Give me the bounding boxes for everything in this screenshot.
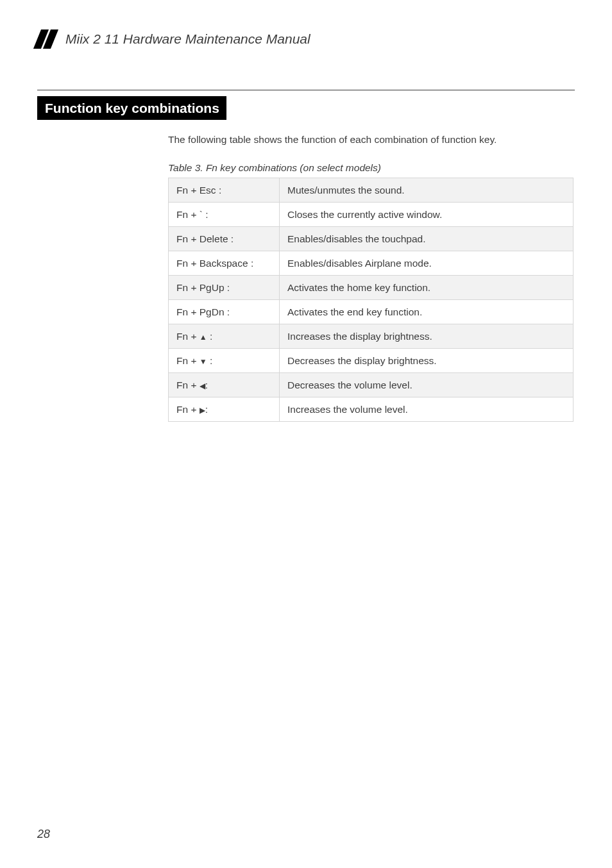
key-combo: Fn + ▶:: [169, 397, 280, 422]
up-triangle-icon: ▲: [200, 333, 207, 342]
intro-text: The following table shows the function o…: [168, 134, 574, 146]
table-row: Fn + Esc : Mutes/unmutes the sound.: [169, 178, 574, 203]
key-combo: Fn + ` :: [169, 203, 280, 227]
key-post: :: [207, 355, 213, 366]
table-caption: Table 3. Fn key combinations (on select …: [168, 162, 574, 174]
down-triangle-icon: ▼: [200, 357, 207, 366]
table-row: Fn + Delete : Enables/disables the touch…: [169, 227, 574, 251]
key-combo: Fn + ◀:: [169, 373, 280, 397]
left-triangle-icon: ◀: [200, 381, 205, 390]
table-row: Fn + Backspace : Enables/disables Airpla…: [169, 251, 574, 276]
key-combo: Fn + PgDn :: [169, 300, 280, 324]
key-combo: Fn + Backspace :: [169, 251, 280, 276]
table-row: Fn + PgDn : Activates the end key functi…: [169, 300, 574, 324]
key-desc: Enables/disables Airplane mode.: [280, 251, 574, 276]
key-desc: Increases the volume level.: [280, 397, 574, 422]
key-combo: Fn + PgUp :: [169, 276, 280, 300]
table-row: Fn + ` : Closes the currently active win…: [169, 203, 574, 227]
key-combo: Fn + Esc :: [169, 178, 280, 203]
key-desc: Increases the display brightness.: [280, 324, 574, 349]
key-post: :: [207, 331, 213, 342]
key-desc: Activates the home key function.: [280, 276, 574, 300]
key-desc: Mutes/unmutes the sound.: [280, 178, 574, 203]
key-desc: Decreases the display brightness.: [280, 349, 574, 373]
key-post: :: [205, 404, 208, 415]
page-header: Miix 2 11 Hardware Maintenance Manual: [0, 0, 612, 49]
divider: [37, 90, 575, 90]
logo-icon: [37, 29, 56, 49]
key-desc: Enables/disables the touchpad.: [280, 227, 574, 251]
table-row: Fn + ▲ : Increases the display brightnes…: [169, 324, 574, 349]
key-combo: Fn + Delete :: [169, 227, 280, 251]
section-heading: Function key combinations: [37, 96, 226, 120]
document-title: Miix 2 11 Hardware Maintenance Manual: [65, 31, 310, 47]
key-pre: Fn +: [176, 331, 200, 342]
table-row: Fn + ▼ : Decreases the display brightnes…: [169, 349, 574, 373]
section-heading-wrap: Function key combinations: [37, 96, 612, 120]
table-row: Fn + PgUp : Activates the home key funct…: [169, 276, 574, 300]
key-desc: Activates the end key function.: [280, 300, 574, 324]
key-post: :: [205, 380, 208, 390]
key-combo: Fn + ▲ :: [169, 324, 280, 349]
key-combo: Fn + ▼ :: [169, 349, 280, 373]
content-area: The following table shows the function o…: [168, 134, 574, 422]
page-number: 28: [37, 828, 50, 841]
key-desc: Decreases the volume level.: [280, 373, 574, 397]
key-pre: Fn +: [176, 355, 200, 366]
key-pre: Fn +: [176, 404, 200, 415]
table-row: Fn + ▶: Increases the volume level.: [169, 397, 574, 422]
right-triangle-icon: ▶: [200, 406, 205, 415]
key-desc: Closes the currently active window.: [280, 203, 574, 227]
table-row: Fn + ◀: Decreases the volume level.: [169, 373, 574, 397]
key-pre: Fn +: [176, 380, 200, 390]
fn-key-table: Fn + Esc : Mutes/unmutes the sound. Fn +…: [168, 178, 574, 422]
